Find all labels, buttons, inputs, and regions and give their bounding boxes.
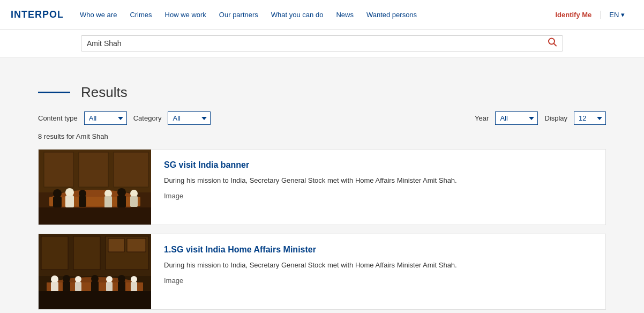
results-line-decoration xyxy=(38,92,70,93)
svg-point-43 xyxy=(131,276,137,282)
search-button[interactable] xyxy=(548,38,557,50)
svg-rect-4 xyxy=(44,152,73,187)
result-description-1: During his mission to India, Secretary G… xyxy=(164,175,593,186)
category-select[interactable]: All xyxy=(168,111,211,125)
svg-rect-44 xyxy=(131,282,137,292)
svg-point-13 xyxy=(79,190,86,197)
nav-our-partners[interactable]: Our partners xyxy=(219,11,258,19)
svg-rect-25 xyxy=(73,236,100,270)
svg-point-31 xyxy=(51,275,58,283)
result-type-1: Image xyxy=(164,192,183,200)
search-area xyxy=(0,30,644,57)
svg-rect-28 xyxy=(127,239,146,252)
svg-rect-12 xyxy=(65,196,74,207)
nav-news[interactable]: News xyxy=(336,11,354,19)
result-type-2: Image xyxy=(164,277,183,285)
navbar-right: Identify Me EN ▾ xyxy=(546,11,633,19)
result-card: SG visit India banner During his mission… xyxy=(38,149,606,225)
spacer xyxy=(0,57,644,68)
svg-rect-24 xyxy=(41,236,68,270)
result-image-2 xyxy=(39,234,151,309)
search-input[interactable] xyxy=(87,39,557,48)
svg-rect-27 xyxy=(108,239,124,252)
svg-point-41 xyxy=(118,275,125,282)
svg-rect-21 xyxy=(39,207,151,225)
result-card-2: 1.SG visit India Home Affairs Minister D… xyxy=(38,234,606,310)
svg-point-19 xyxy=(130,190,138,197)
svg-rect-14 xyxy=(79,196,86,207)
results-count: 8 results for Amit Shah xyxy=(38,132,606,140)
results-title: Results xyxy=(81,84,128,101)
category-label: Category xyxy=(133,114,162,122)
svg-rect-34 xyxy=(63,281,70,292)
nav-who-we-are[interactable]: Who we are xyxy=(80,11,117,19)
svg-point-37 xyxy=(91,275,99,282)
display-label: Display xyxy=(544,114,567,122)
identify-me-button[interactable]: Identify Me xyxy=(546,11,601,19)
nav-how-we-work[interactable]: How we work xyxy=(165,11,206,19)
svg-point-15 xyxy=(104,190,112,197)
svg-rect-18 xyxy=(117,196,126,207)
svg-rect-8 xyxy=(49,197,140,206)
svg-rect-16 xyxy=(104,196,112,208)
meeting-illustration-2 xyxy=(39,234,151,309)
nav-what-you-can-do[interactable]: What you can do xyxy=(271,11,324,19)
main-content: Results Content type All Category All Ye… xyxy=(27,68,617,313)
svg-rect-38 xyxy=(91,281,99,292)
svg-point-17 xyxy=(117,188,126,197)
svg-rect-20 xyxy=(130,196,138,207)
language-selector[interactable]: EN ▾ xyxy=(601,11,633,19)
result-image-bg-2 xyxy=(39,234,151,309)
svg-rect-42 xyxy=(118,281,125,292)
content-type-select[interactable]: All xyxy=(84,111,127,125)
year-select[interactable]: All xyxy=(495,111,538,125)
svg-rect-5 xyxy=(79,152,108,187)
content-type-label: Content type xyxy=(38,114,78,122)
display-select[interactable]: 12 xyxy=(574,111,606,125)
result-description-2: During his mission to India, Secretary G… xyxy=(164,260,593,271)
logo: INTERPOL xyxy=(11,9,64,20)
svg-point-39 xyxy=(106,276,113,282)
search-bar xyxy=(81,35,563,51)
navbar: INTERPOL Who we are Crimes How we work O… xyxy=(0,0,644,30)
svg-rect-6 xyxy=(114,152,148,187)
svg-point-35 xyxy=(75,276,81,282)
filters-row: Content type All Category All Year All D… xyxy=(38,111,606,125)
result-body-1: SG visit India banner During his mission… xyxy=(151,150,605,225)
result-title-1[interactable]: SG visit India banner xyxy=(164,160,593,170)
result-image-bg-1 xyxy=(39,150,151,225)
svg-point-11 xyxy=(65,188,74,197)
svg-line-1 xyxy=(554,43,557,46)
svg-rect-40 xyxy=(106,282,113,292)
nav-links: Who we are Crimes How we work Our partne… xyxy=(80,11,546,19)
year-label: Year xyxy=(475,114,489,122)
result-image-1 xyxy=(39,150,151,225)
result-title-2[interactable]: 1.SG visit India Home Affairs Minister xyxy=(164,245,593,255)
nav-crimes[interactable]: Crimes xyxy=(130,11,152,19)
meeting-illustration-1 xyxy=(39,150,151,225)
svg-rect-32 xyxy=(51,282,58,292)
svg-rect-45 xyxy=(39,291,151,309)
svg-point-33 xyxy=(63,275,70,282)
result-body-2: 1.SG visit India Home Affairs Minister D… xyxy=(151,234,605,309)
nav-wanted-persons[interactable]: Wanted persons xyxy=(366,11,417,19)
results-header: Results xyxy=(38,84,606,101)
svg-point-9 xyxy=(53,189,62,198)
svg-rect-10 xyxy=(53,197,62,207)
search-icon xyxy=(548,38,557,47)
svg-rect-36 xyxy=(75,282,81,292)
